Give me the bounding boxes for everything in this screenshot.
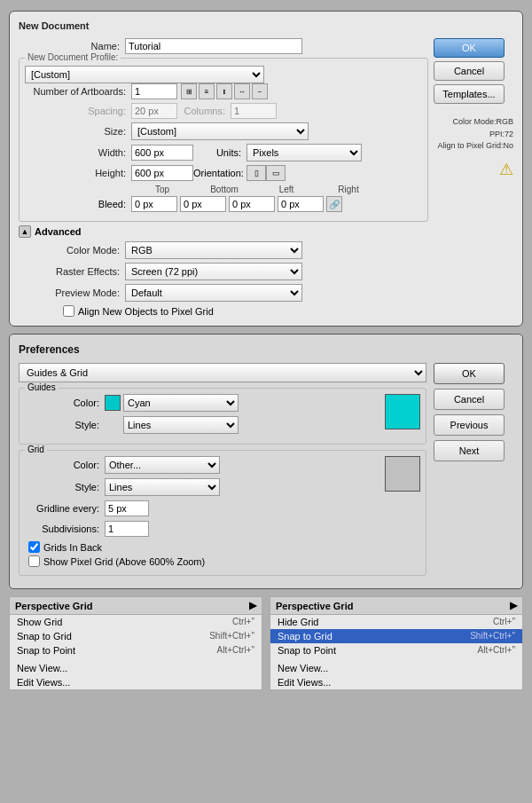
pg-right-header: Perspective Grid ▶ (270, 597, 522, 615)
info-line2: PPI:72 (434, 129, 513, 141)
grid-color-preview (385, 456, 420, 492)
left-new-view-label: New View... (17, 663, 67, 673)
right-new-view-label: New View... (278, 663, 328, 673)
grids-in-back-label: Grids In Back (43, 542, 102, 553)
right-snap-to-grid-shortcut: Shift+Ctrl+" (470, 631, 515, 642)
advanced-header[interactable]: ▲ Advanced (19, 225, 428, 238)
guides-color-swatch (105, 395, 121, 411)
right-new-view-item[interactable]: New View... (270, 661, 522, 675)
guides-style-select[interactable]: Lines (123, 416, 239, 434)
preferences-dialog: Preferences Guides & Grid Guides Color: (9, 334, 523, 589)
color-mode-label: Color Mode: (19, 245, 125, 256)
pg-left-header: Perspective Grid ▶ (10, 597, 262, 615)
pg-right-arrow: ▶ (510, 600, 517, 611)
perspective-grid-menus: Perspective Grid ▶ Show Grid Ctrl+" Snap… (9, 596, 523, 690)
bleed-bottom-input[interactable] (181, 199, 225, 209)
right-edit-views-label: Edit Views... (278, 677, 331, 688)
orientation-label: Orientation: (193, 168, 246, 178)
guides-color-label: Color: (25, 398, 105, 408)
guides-section-label: Guides (25, 382, 59, 392)
new-document-title: New Document (19, 20, 513, 31)
align-pixel-checkbox[interactable] (63, 305, 74, 317)
perspective-grid-menu-left: Perspective Grid ▶ Show Grid Ctrl+" Snap… (9, 596, 262, 690)
right-snap-to-grid-item[interactable]: Snap to Grid Shift+Ctrl+" (270, 629, 522, 643)
pg-left-header-label: Perspective Grid (15, 601, 92, 611)
artboards-input[interactable] (132, 86, 176, 97)
units-label: Units: (193, 147, 246, 158)
width-input[interactable] (131, 145, 193, 161)
category-select[interactable]: Guides & Grid (19, 363, 426, 382)
artboards-col-btn[interactable]: ⫿ (216, 83, 232, 99)
left-new-view-item[interactable]: New View... (10, 661, 262, 675)
orient-portrait-btn[interactable]: ▯ (246, 165, 266, 181)
right-edit-views-item[interactable]: Edit Views... (270, 675, 522, 689)
color-mode-select[interactable]: RGB (125, 241, 302, 259)
bleed-right-input[interactable] (278, 199, 323, 209)
grid-color-select[interactable]: Other... (105, 456, 220, 474)
subdivisions-input[interactable] (105, 521, 149, 537)
artboards-remove-btn[interactable]: − (252, 83, 268, 99)
bleed-label: Bleed: (25, 199, 131, 209)
pg-left-arrow: ▶ (249, 600, 256, 611)
size-select[interactable]: [Custom] (131, 122, 309, 140)
perspective-grid-menu-right: Perspective Grid ▶ Hide Grid Ctrl+" Snap… (270, 596, 523, 690)
grid-style-select[interactable]: Lines (105, 478, 220, 496)
height-input[interactable] (131, 165, 193, 181)
size-label: Size: (25, 126, 131, 137)
left-edit-views-label: Edit Views... (17, 677, 70, 688)
guides-color-select[interactable]: Cyan (123, 394, 239, 412)
left-snap-to-grid-label: Snap to Grid (17, 631, 72, 642)
right-snap-to-grid-label: Snap to Grid (278, 631, 332, 642)
orient-landscape-btn[interactable]: ▭ (266, 165, 286, 181)
artboards-grid-btn[interactable]: ⊞ (181, 83, 197, 99)
new-document-dialog: New Document Name: New Document Profile:… (9, 11, 523, 327)
columns-label: Columns: (177, 106, 231, 116)
align-pixel-label: Align New Objects to Pixel Grid (78, 306, 214, 317)
left-snap-to-grid-item[interactable]: Snap to Grid Shift+Ctrl+" (10, 629, 262, 643)
subdivisions-label: Subdivisions: (25, 524, 105, 534)
preferences-title: Preferences (19, 343, 513, 356)
spacing-input (132, 106, 176, 116)
advanced-collapse-btn[interactable]: ▲ (19, 225, 31, 238)
left-snap-to-grid-shortcut: Shift+Ctrl+" (209, 631, 254, 642)
warning-icon: ⚠ (434, 160, 513, 179)
profile-select[interactable]: [Custom] (25, 66, 264, 83)
left-edit-views-item[interactable]: Edit Views... (10, 675, 262, 689)
gridline-input[interactable] (105, 500, 149, 516)
units-select[interactable]: Pixels (246, 144, 362, 161)
bleed-left-input[interactable] (230, 199, 274, 209)
cancel-button[interactable]: Cancel (434, 61, 505, 81)
show-pixel-grid-checkbox[interactable] (28, 555, 40, 567)
preview-label: Preview Mode: (19, 287, 125, 298)
guides-color-preview (385, 394, 420, 429)
grid-color-label: Color: (25, 460, 105, 470)
pref-next-button[interactable]: Next (434, 440, 505, 461)
guides-style-label: Style: (25, 420, 105, 430)
grid-section-label: Grid (25, 445, 47, 454)
name-input[interactable] (125, 38, 302, 54)
bleed-link-btn[interactable]: 🔗 (326, 196, 342, 212)
templates-button[interactable]: Templates... (434, 84, 505, 104)
bleed-top-input[interactable] (132, 199, 176, 209)
bleed-right-label: Right (317, 185, 379, 194)
artboards-row-btn[interactable]: ≡ (199, 83, 215, 99)
show-grid-item[interactable]: Show Grid Ctrl+" (10, 615, 262, 629)
right-snap-to-point-label: Snap to Point (278, 645, 336, 656)
info-line1: Color Mode:RGB (434, 116, 513, 129)
hide-grid-item[interactable]: Hide Grid Ctrl+" (270, 615, 522, 629)
raster-select[interactable]: Screen (72 ppi) (125, 263, 302, 280)
pref-ok-button[interactable]: OK (434, 363, 505, 384)
bleed-bottom-label: Bottom (193, 185, 255, 194)
nd-info: Color Mode:RGB PPI:72 Align to Pixel Gri… (434, 116, 513, 153)
pref-previous-button[interactable]: Previous (434, 414, 505, 436)
grids-in-back-checkbox[interactable] (28, 541, 40, 553)
show-pixel-grid-label: Show Pixel Grid (Above 600% Zoom) (43, 556, 205, 567)
pref-cancel-button[interactable]: Cancel (434, 389, 505, 410)
grid-style-label: Style: (25, 482, 105, 492)
ok-button[interactable]: OK (434, 38, 505, 58)
right-snap-to-point-item[interactable]: Snap to Point Alt+Ctrl+" (270, 643, 522, 657)
left-snap-to-point-item[interactable]: Snap to Point Alt+Ctrl+" (10, 643, 262, 657)
artboards-auto-btn[interactable]: ↔ (234, 83, 250, 99)
profile-section-label: New Document Profile: (25, 52, 121, 62)
preview-select[interactable]: Default (125, 284, 302, 302)
